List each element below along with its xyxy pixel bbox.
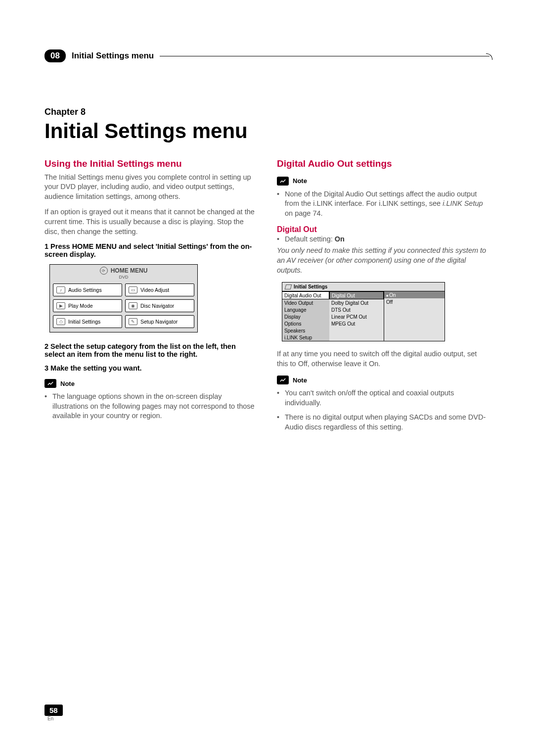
- header-divider: [160, 56, 490, 56]
- home-menu-icon: ⟳: [100, 267, 108, 275]
- step-1: 1 Press HOME MENU and select 'Initial Se…: [44, 242, 257, 258]
- settings-left-item: Video Output: [282, 299, 329, 306]
- home-menu-header: ⟳ HOME MENU: [50, 265, 197, 275]
- settings-mock-left-pane: Digital Audio Out Video Output Language …: [282, 291, 329, 341]
- note-bullets: The language options shown in the on-scr…: [44, 392, 257, 421]
- note-bullet: There is no digital output when playing …: [277, 413, 490, 432]
- settings-mid-item: Dolby Digital Out: [329, 299, 384, 306]
- note-header: Note: [277, 376, 490, 384]
- italic-description: You only need to make this setting if yo…: [277, 246, 490, 275]
- note-bullet: You can't switch on/off the optical and …: [277, 388, 490, 408]
- step-3: 3 Make the setting you want.: [44, 364, 257, 372]
- home-menu-item-initial-settings: ◇ Initial Settings: [53, 315, 122, 328]
- body-paragraph: If at any time you need to switch off th…: [277, 349, 490, 369]
- setup-navigator-icon: ✎: [129, 318, 137, 325]
- home-menu-subtitle: DVD: [50, 275, 197, 280]
- home-menu-item-label: Disc Navigator: [140, 303, 174, 309]
- right-column: Digital Audio Out settings Note None of …: [277, 158, 490, 437]
- note-header: Note: [277, 177, 490, 186]
- step-2: 2 Select the setup category from the lis…: [44, 342, 257, 358]
- settings-mid-item: MPEG Out: [329, 320, 384, 327]
- home-menu-item-label: Audio Settings: [68, 287, 102, 293]
- note-italic: i.LINK Setup: [443, 199, 483, 207]
- settings-mock-title: Initial Settings: [294, 284, 327, 289]
- note-icon: [44, 379, 56, 388]
- note-bullet: The language options shown in the on-scr…: [44, 392, 257, 421]
- note-icon: [277, 376, 289, 384]
- settings-right-item: Off: [384, 298, 445, 305]
- settings-mid-item: Digital Out: [329, 291, 384, 299]
- note-bullets: None of the Digital Audio Out settings a…: [277, 189, 490, 219]
- settings-mid-item: DTS Out: [329, 306, 384, 313]
- page-lang: En: [44, 716, 63, 721]
- settings-left-item: i.LINK Setup: [282, 334, 329, 341]
- chapter-label: Chapter 8: [44, 107, 490, 117]
- home-menu-item-play-mode: ▶ Play Mode: [53, 299, 122, 312]
- note-text: on page 74.: [285, 209, 323, 217]
- home-menu-illustration: ⟳ HOME MENU DVD ♪ Audio Settings ▭ Video…: [49, 264, 198, 332]
- section-number-badge: 08: [44, 49, 66, 62]
- home-menu-item-label: Initial Settings: [68, 319, 100, 325]
- default-value: On: [335, 235, 345, 243]
- note-header: Note: [44, 379, 257, 388]
- initial-settings-icon: ◇: [56, 318, 65, 325]
- note-label: Note: [293, 377, 307, 384]
- settings-left-item: Digital Audio Out: [282, 291, 329, 299]
- chapter-title: Initial Settings menu: [44, 119, 490, 143]
- default-setting-line: Default setting: On: [277, 235, 490, 243]
- section-heading-using: Using the Initial Settings menu: [44, 158, 257, 170]
- home-menu-item-setup-navigator: ✎ Setup Navigator: [125, 315, 194, 328]
- note-label: Note: [293, 177, 307, 185]
- note-icon: [277, 177, 289, 186]
- header-row: 08 Initial Settings menu: [44, 49, 490, 62]
- settings-mock-mid-pane: Digital Out Dolby Digital Out DTS Out Li…: [329, 291, 384, 341]
- left-column: Using the Initial Settings menu The Init…: [44, 158, 257, 437]
- body-paragraph: If an option is grayed out it means that…: [44, 207, 257, 236]
- audio-settings-icon: ♪: [56, 286, 65, 293]
- settings-right-item: On: [384, 291, 445, 298]
- home-menu-item-label: Setup Navigator: [140, 319, 178, 325]
- subsection-heading-digital-out: Digital Out: [277, 225, 490, 234]
- default-prefix: Default setting:: [285, 235, 335, 243]
- settings-mock-header: Initial Settings: [282, 283, 445, 291]
- body-paragraph: The Initial Settings menu gives you comp…: [44, 173, 257, 202]
- home-menu-item-disc-navigator: ◉ Disc Navigator: [125, 299, 194, 312]
- settings-left-item: Speakers: [282, 327, 329, 334]
- home-menu-item-video-adjust: ▭ Video Adjust: [125, 284, 194, 296]
- initial-settings-illustration: Initial Settings Digital Audio Out Video…: [282, 282, 445, 341]
- disc-navigator-icon: ◉: [129, 302, 137, 309]
- video-adjust-icon: ▭: [129, 286, 137, 293]
- play-mode-icon: ▶: [56, 302, 65, 309]
- settings-mid-item: Linear PCM Out: [329, 313, 384, 320]
- note-label: Note: [60, 380, 75, 387]
- home-menu-item-label: Play Mode: [68, 303, 93, 309]
- home-menu-title: HOME MENU: [111, 267, 148, 274]
- settings-left-item: Language: [282, 306, 329, 313]
- settings-mock-right-pane: On Off: [384, 291, 445, 341]
- note-bullets: You can't switch on/off the optical and …: [277, 388, 490, 432]
- settings-left-item: Options: [282, 320, 329, 327]
- settings-left-item: Display: [282, 313, 329, 320]
- section-heading-digital-audio: Digital Audio Out settings: [277, 158, 490, 170]
- section-title: Initial Settings menu: [72, 51, 154, 61]
- page-number: 58: [44, 705, 63, 716]
- tag-icon: [285, 284, 292, 289]
- home-menu-item-label: Video Adjust: [140, 287, 169, 293]
- home-menu-item-audio-settings: ♪ Audio Settings: [53, 284, 122, 296]
- note-bullet: None of the Digital Audio Out settings a…: [277, 189, 490, 219]
- page-footer: 58 En: [44, 705, 63, 721]
